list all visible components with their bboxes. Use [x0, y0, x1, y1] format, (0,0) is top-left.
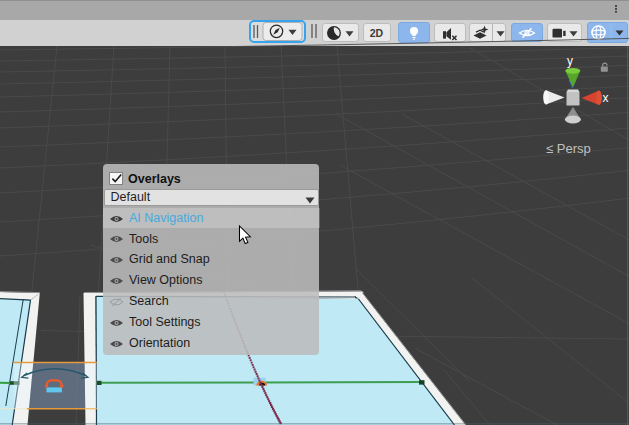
- svg-text:≤ Persp: ≤ Persp: [546, 141, 591, 156]
- svg-text:y: y: [567, 54, 573, 68]
- svg-text:x: x: [603, 91, 609, 105]
